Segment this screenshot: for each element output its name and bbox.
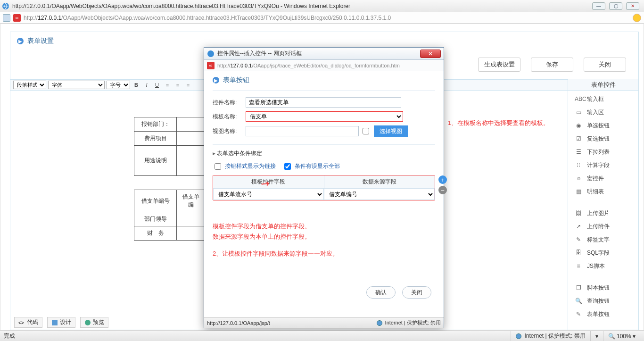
- dialog-cancel-button[interactable]: 关闭: [402, 286, 431, 299]
- url-text[interactable]: http://127.0.0.1/OAapp/WebObjects/OAapp.…: [24, 15, 630, 21]
- script-icon: ≡: [575, 263, 582, 269]
- dialog-address-bar: ∞ http://127.0.0.1/OAapp/jsp/trace_eWebE…: [204, 60, 444, 71]
- image-icon: 🖼: [575, 210, 582, 216]
- tab-preview[interactable]: 预览: [80, 317, 108, 328]
- italic-button[interactable]: I: [142, 81, 151, 89]
- arrow-icon: ▶: [213, 77, 219, 83]
- bind-table: 模板控件字段 数据来源字段 借支单流水号 借支单编号 + −: [213, 175, 435, 200]
- ctrl-name-input[interactable]: [246, 97, 401, 108]
- pal-formbtn[interactable]: ✎表单按钮: [568, 308, 638, 321]
- annotation-1: 1、在模板名称中选择要查看的模板。: [448, 119, 549, 127]
- close-window-button[interactable]: ✕: [626, 2, 639, 10]
- opt-link-style[interactable]: 按钮样式显示为链接: [215, 162, 276, 170]
- bold-button[interactable]: B: [132, 81, 140, 89]
- favicon: ∞: [207, 62, 215, 69]
- svg-point-4: [207, 50, 214, 57]
- align-center-button[interactable]: ≡: [173, 81, 182, 89]
- top-actions: 生成表设置 保存 关闭: [478, 58, 626, 72]
- pal-label[interactable]: ✎标签文字: [568, 233, 638, 246]
- pal-select[interactable]: ☰下拉列表: [568, 145, 638, 158]
- align-right-button[interactable]: ≡: [184, 81, 192, 89]
- generate-button[interactable]: 生成表设置: [478, 58, 520, 72]
- svg-point-3: [85, 320, 91, 325]
- tpl-name-select[interactable]: 借支单: [246, 111, 403, 122]
- size-select[interactable]: 字号: [107, 81, 130, 89]
- tab-design[interactable]: 设计: [47, 317, 75, 328]
- tab-code[interactable]: <>代码: [14, 317, 42, 328]
- align-left-button[interactable]: ≡: [163, 81, 172, 89]
- window-title: http://127.0.0.1/OAapp/WebObjects/OAapp.…: [12, 3, 592, 9]
- font-select[interactable]: 字体: [48, 81, 105, 89]
- template-field-select[interactable]: 借支单流水号: [213, 189, 324, 200]
- compat-view-button[interactable]: [633, 14, 641, 22]
- attach-icon: ↗: [575, 223, 582, 230]
- dialog-status-url: http://127.0.0.1/OAapp/jsp/t: [207, 320, 270, 326]
- pal-detail[interactable]: ▦明细表: [568, 185, 638, 198]
- db-icon: 🗄: [575, 250, 582, 256]
- dialog-status-zone: Internet | 保护模式: 禁用: [385, 319, 441, 326]
- view-name-input[interactable]: [246, 126, 359, 136]
- underline-button[interactable]: U: [153, 81, 161, 89]
- opt-show-all[interactable]: 条件有误显示全部: [284, 162, 340, 170]
- source-field-select[interactable]: 借支单编号: [324, 189, 435, 200]
- section-title: 表单设置: [27, 37, 54, 45]
- pal-querybtn[interactable]: 🔍查询按钮: [568, 294, 638, 308]
- form-icon: ✎: [575, 311, 582, 317]
- list-icon: ☰: [575, 149, 582, 155]
- security-shield-icon[interactable]: [3, 14, 10, 22]
- dialog-section-header: ▶ 表单按钮: [213, 76, 435, 84]
- dialog-titlebar: 控件属性--插入控件 -- 网页对话框 ✕: [204, 48, 444, 60]
- annotation-hints: 模板控件字段为借支单的控件字段。 数据来源字段为本单上的控件字段。 2、让模板控…: [213, 221, 435, 259]
- cell-label: 费用项目: [134, 132, 177, 146]
- maximize-button[interactable]: ▢: [609, 2, 622, 10]
- pal-calc[interactable]: ⁝⁝计算字段: [568, 158, 638, 172]
- select-view-button[interactable]: 选择视图: [374, 125, 408, 137]
- dialog-section-title: 表单按钮: [223, 76, 249, 84]
- pal-input[interactable]: ABC输入框: [568, 92, 638, 106]
- add-row-button[interactable]: +: [438, 175, 447, 184]
- pal-scriptbtn[interactable]: ❐脚本按钮: [568, 281, 638, 294]
- zoom-level[interactable]: 🔍 100% ▾: [608, 333, 636, 340]
- pal-js[interactable]: ≡JS脚本: [568, 259, 638, 273]
- macro-icon: ⌾: [575, 175, 582, 182]
- close-button[interactable]: 关闭: [584, 58, 626, 72]
- ie-icon: [2, 2, 9, 10]
- favicon: ∞: [13, 14, 21, 22]
- protected-mode-toggle[interactable]: ▾: [590, 331, 603, 341]
- view-name-label: 视图名称:: [213, 127, 246, 135]
- dialog-ok-button[interactable]: 确认: [366, 286, 396, 299]
- pal-image[interactable]: 🖼上传图片: [568, 207, 638, 220]
- opt-err-checkbox[interactable]: [284, 163, 291, 170]
- pal-textarea[interactable]: ▭输入区: [568, 106, 638, 119]
- grid-icon: ▦: [575, 188, 582, 195]
- dialog-statusbar: http://127.0.0.1/OAapp/jsp/t Internet | …: [204, 317, 444, 328]
- text-icon: ABC: [575, 96, 582, 102]
- form-table: 报销部门： 费用项目 用途说明 借支单编号借支单编 部门领导 财 务: [134, 117, 205, 241]
- remove-row-button[interactable]: −: [438, 186, 447, 194]
- status-zone: Internet | 保护模式: 禁用: [524, 332, 585, 340]
- search-icon: 🔍: [575, 298, 582, 304]
- globe-icon: [377, 320, 382, 326]
- dialog-close-button[interactable]: ✕: [420, 50, 441, 58]
- cell-label: 财 务: [134, 226, 177, 241]
- pal-attach[interactable]: ↗上传附件: [568, 220, 638, 233]
- address-bar: ∞ http://127.0.0.1/OAapp/WebObjects/OAap…: [0, 12, 644, 24]
- svg-text:<>: <>: [18, 320, 24, 325]
- pal-radio[interactable]: ◉单选按钮: [568, 119, 638, 132]
- dialog-title: 控件属性--插入控件 -- 网页对话框: [217, 50, 420, 58]
- button-icon: ❐: [575, 284, 582, 291]
- view-checkbox[interactable]: [363, 128, 369, 134]
- pal-sql[interactable]: 🗄SQL字段: [568, 246, 638, 259]
- paragraph-select[interactable]: 段落样式: [13, 81, 46, 89]
- pal-checkbox[interactable]: ☑复选按钮: [568, 132, 638, 145]
- pal-macro[interactable]: ⌾宏控件: [568, 172, 638, 185]
- calc-icon: ⁝⁝: [575, 162, 582, 168]
- radio-icon: ◉: [575, 122, 582, 129]
- opt-link-checkbox[interactable]: [215, 163, 221, 170]
- minimize-button[interactable]: —: [592, 2, 605, 10]
- svg-rect-2: [52, 320, 58, 325]
- browser-statusbar: 完成 Internet | 保护模式: 禁用 ▾ 🔍 100% ▾: [0, 331, 644, 341]
- check-icon: ☑: [575, 135, 582, 142]
- col-source-field: 数据来源字段: [324, 175, 435, 188]
- save-button[interactable]: 保存: [531, 58, 573, 72]
